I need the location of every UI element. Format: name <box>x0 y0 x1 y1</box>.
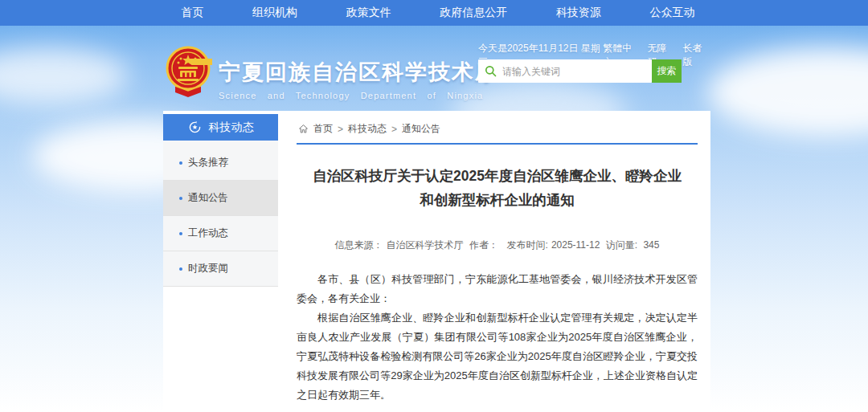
home-icon <box>298 124 309 134</box>
breadcrumb-separator: > <box>338 124 343 135</box>
meta-source-label: 信息来源： <box>335 239 383 251</box>
sidebar-item-work-updates[interactable]: 工作动态 <box>163 216 278 251</box>
site-subtitle-english: Science and Technology Department of Nin… <box>219 91 498 100</box>
breadcrumb-home[interactable]: 首页 <box>313 122 333 136</box>
sidebar-header: 科技动态 <box>163 114 278 141</box>
sidebar-item-label: 头条推荐 <box>188 156 228 169</box>
meta-visits-label: 访问量: <box>606 239 637 251</box>
sidebar-item-headlines[interactable]: 头条推荐 <box>163 145 278 181</box>
nav-item-home[interactable]: 首页 <box>181 6 203 20</box>
sidebar: 科技动态 头条推荐 通知公告 工作动态 时政要闻 <box>163 114 278 287</box>
bullet-dot <box>179 232 182 235</box>
meta-author-label: 作者： <box>469 239 498 251</box>
national-emblem-logo <box>164 46 212 102</box>
emblem-icon <box>164 46 212 99</box>
bullet-dot <box>179 197 182 200</box>
elder-version-link[interactable]: 长者版 <box>682 42 710 69</box>
nav-item-organization[interactable]: 组织机构 <box>252 6 297 20</box>
article-paragraph: 根据自治区雏鹰企业、瞪羚企业和创新型标杆企业认定管理有关规定，决定认定半亩良人农… <box>297 308 698 405</box>
article-body: 各市、县（区）科技管理部门，宁东能源化工基地管委会，银川经济技术开发区管委会，各… <box>297 270 698 405</box>
meta-source-value: 自治区科学技术厅 <box>387 239 464 251</box>
sidebar-title: 科技动态 <box>209 120 254 135</box>
sidebar-item-label: 工作动态 <box>188 226 228 240</box>
article-title: 自治区科技厅关于认定2025年度自治区雏鹰企业、瞪羚企业 和创新型标杆企业的通知 <box>297 165 698 213</box>
site-title: 宁夏回族自治区科学技术厅 <box>219 58 498 87</box>
search-button[interactable]: 搜索 <box>652 59 682 83</box>
article-meta: 信息来源：自治区科学技术厅 作者： 发布时间:2025-11-12 访问量: 3… <box>297 239 698 252</box>
nav-item-gov-info-disclosure[interactable]: 政府信息公开 <box>440 6 507 20</box>
bullet-dot <box>179 267 182 271</box>
sidebar-item-label: 通知公告 <box>188 191 228 205</box>
bullet-dot <box>179 161 182 165</box>
search-box[interactable] <box>478 59 652 83</box>
article-title-line2: 和创新型标杆企业的通知 <box>297 189 698 213</box>
article-title-line1: 自治区科技厅关于认定2025年度自治区雏鹰企业、瞪羚企业 <box>297 165 698 189</box>
sidebar-menu: 头条推荐 通知公告 工作动态 时政要闻 <box>163 141 278 287</box>
sidebar-item-label: 时政要闻 <box>188 262 228 275</box>
main-content: 首页 > 科技动态 > 通知公告 自治区科技厅关于认定2025年度自治区雏鹰企业… <box>292 111 710 412</box>
breadcrumb-notices[interactable]: 通知公告 <box>402 122 440 136</box>
nav-item-policy-documents[interactable]: 政策文件 <box>346 6 391 20</box>
top-nav-bar: 首页 组织机构 政策文件 政府信息公开 科技资源 公众互动 <box>0 0 868 26</box>
breadcrumb-sci-tech-news[interactable]: 科技动态 <box>348 122 387 136</box>
article-paragraph: 各市、县（区）科技管理部门，宁东能源化工基地管委会，银川经济技术开发区管委会，各… <box>297 270 698 308</box>
site-branding: 宁夏回族自治区科学技术厅 Science and Technology Depa… <box>219 58 498 100</box>
search-bar: 搜索 <box>478 59 682 83</box>
content-panel: 科技动态 头条推荐 通知公告 工作动态 时政要闻 <box>163 111 710 412</box>
meta-pubdate-value: 2025-11-12 <box>551 239 600 251</box>
search-icon <box>485 65 497 77</box>
breadcrumb: 首页 > 科技动态 > 通知公告 <box>297 116 698 145</box>
meta-pubdate-label: 发布时间: <box>507 239 548 251</box>
nav-item-sci-tech-resources[interactable]: 科技资源 <box>556 6 601 20</box>
meta-visits-value: 345 <box>643 239 659 251</box>
sidebar-item-political-news[interactable]: 时政要闻 <box>163 251 278 287</box>
search-input[interactable] <box>502 66 645 77</box>
breadcrumb-separator: > <box>391 124 397 135</box>
sidebar-item-notices[interactable]: 通知公告 <box>163 181 278 216</box>
nav-item-public-interaction[interactable]: 公众互动 <box>650 6 695 20</box>
star-circle-icon <box>188 120 202 134</box>
